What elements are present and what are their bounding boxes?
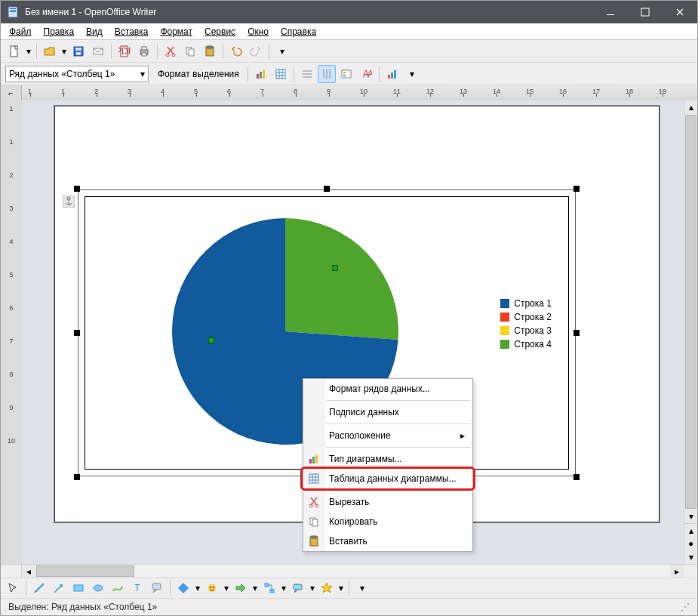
basic-shapes-button[interactable] — [174, 579, 192, 597]
ctx-copy[interactable]: Копировать — [303, 512, 472, 531]
text-scaling-button[interactable]: AA — [357, 65, 375, 83]
grid-v-button[interactable] — [318, 65, 336, 83]
new-doc-dropdown-icon[interactable]: ▾ — [25, 46, 32, 57]
grid-h-button[interactable] — [298, 65, 316, 83]
dropdown-icon[interactable]: ▾ — [337, 583, 345, 593]
svg-rect-23 — [260, 72, 262, 79]
scroll-thumb-h[interactable] — [36, 565, 134, 577]
svg-rect-3 — [10, 11, 16, 12]
svg-rect-46 — [74, 585, 83, 591]
drawing-toolbar-options-icon[interactable]: ▾ — [353, 579, 371, 597]
statistics-button[interactable] — [383, 65, 401, 83]
dropdown-icon[interactable]: ▾ — [223, 583, 230, 593]
toolbar-options-icon[interactable]: ▾ — [273, 42, 291, 60]
legend-label: Строка 4 — [514, 339, 552, 350]
chart-object-frame[interactable]: Строка 1 Строка 2 Строка 3 Строка 4 Форм… — [78, 189, 576, 476]
chart-legend[interactable]: Строка 1 Строка 2 Строка 3 Строка 4 — [500, 298, 552, 350]
dropdown-icon[interactable]: ▾ — [194, 583, 201, 593]
ctx-paste[interactable]: Вставить — [303, 531, 472, 551]
email-button[interactable] — [89, 42, 107, 60]
symbol-shapes-button[interactable] — [203, 579, 221, 597]
svg-rect-26 — [342, 70, 351, 78]
format-selection-button[interactable]: Формат выделения — [153, 69, 244, 79]
ctx-cut[interactable]: Вырезать — [303, 492, 472, 512]
undo-button[interactable] — [227, 42, 245, 60]
rect-tool-button[interactable] — [69, 579, 88, 597]
menu-tools[interactable]: Сервис — [199, 25, 241, 38]
svg-rect-50 — [178, 583, 189, 593]
paste-button[interactable] — [201, 42, 219, 60]
ctx-data-labels[interactable]: Подписи данных — [303, 402, 472, 422]
redo-button[interactable] — [247, 42, 265, 60]
element-selector-combo[interactable]: Ряд данных «Столбец 1» ▾ — [5, 66, 149, 82]
stars-button[interactable] — [318, 579, 336, 597]
series-handle[interactable] — [332, 265, 338, 271]
scrollbar-horizontal[interactable]: ◂ ▸ — [22, 565, 684, 578]
open-dropdown-icon[interactable]: ▾ — [60, 46, 68, 57]
legend-swatch — [500, 313, 509, 322]
line-tool-button[interactable] — [30, 579, 48, 597]
scrollbar-vertical[interactable]: ▴ ▾ ▴ ● ▾ — [684, 100, 697, 564]
svg-rect-8 — [75, 48, 81, 51]
ruler-corner: ⌐ — [1, 85, 22, 100]
cut-button[interactable] — [161, 42, 180, 60]
text-tool-button[interactable]: T — [128, 579, 146, 597]
scroll-thumb-v[interactable] — [685, 115, 696, 509]
document-page: Строка 1 Строка 2 Строка 3 Строка 4 Форм… — [55, 106, 659, 522]
series-handle[interactable] — [208, 337, 214, 343]
browse-target-icon[interactable]: ● — [684, 537, 697, 550]
open-button[interactable] — [41, 42, 59, 60]
svg-rect-33 — [394, 70, 396, 79]
print-button[interactable] — [135, 42, 153, 60]
ctx-chart-type[interactable]: Тип диаграммы... — [303, 449, 472, 469]
menu-file[interactable]: Файл — [4, 25, 37, 38]
arrow-tool-button[interactable] — [50, 579, 68, 597]
dropdown-icon[interactable]: ▾ — [309, 583, 316, 593]
copy-button[interactable] — [181, 42, 199, 60]
ctx-chart-data-table[interactable]: Таблица данных диаграммы... — [303, 469, 472, 488]
svg-rect-49 — [152, 584, 161, 590]
block-arrows-button[interactable] — [232, 579, 250, 597]
svg-text:T: T — [134, 583, 140, 593]
legend-swatch — [500, 299, 509, 308]
chart-area[interactable]: Строка 1 Строка 2 Строка 3 Строка 4 Форм… — [85, 196, 569, 470]
new-doc-button[interactable] — [5, 42, 23, 60]
menu-window[interactable]: Окно — [242, 25, 274, 38]
minimize-button[interactable] — [593, 1, 628, 23]
callout-tool-button[interactable] — [148, 579, 166, 597]
menu-view[interactable]: Вид — [81, 25, 108, 38]
ellipse-tool-button[interactable] — [89, 579, 107, 597]
scroll-up-icon[interactable]: ▴ — [684, 100, 697, 114]
next-page-icon[interactable]: ▾ — [684, 550, 697, 564]
menu-help[interactable]: Справка — [275, 25, 321, 38]
legend-button[interactable] — [337, 65, 355, 83]
callouts-button[interactable] — [289, 579, 307, 597]
dropdown-icon[interactable]: ▾ — [251, 583, 259, 593]
svg-rect-21 — [208, 46, 212, 48]
resize-grip-icon[interactable]: ⋰ — [681, 602, 690, 612]
ctx-format-data-series[interactable]: Формат рядов данных... — [303, 379, 472, 399]
scroll-left-icon[interactable]: ◂ — [22, 565, 35, 578]
chart-type-button[interactable] — [252, 65, 270, 83]
menu-edit[interactable]: Правка — [38, 25, 80, 38]
maximize-button[interactable] — [628, 1, 663, 23]
save-button[interactable] — [69, 42, 88, 60]
dropdown-icon[interactable]: ▾ — [280, 583, 288, 593]
freeform-tool-button[interactable] — [109, 579, 127, 597]
svg-point-52 — [210, 587, 211, 588]
flowchart-button[interactable] — [260, 579, 278, 597]
chart-data-table-button[interactable] — [272, 65, 290, 83]
prev-page-icon[interactable]: ▴ — [684, 523, 697, 537]
scroll-right-icon[interactable]: ▸ — [670, 565, 684, 578]
page-viewport[interactable]: Строка 1 Строка 2 Строка 3 Строка 4 Форм… — [22, 100, 684, 564]
export-pdf-button[interactable]: PDF — [115, 42, 134, 60]
scroll-down-icon[interactable]: ▾ — [684, 510, 697, 523]
close-button[interactable] — [663, 1, 697, 23]
svg-rect-28 — [343, 75, 346, 76]
menu-insert[interactable]: Вставка — [109, 25, 154, 38]
menu-format[interactable]: Формат — [155, 25, 198, 38]
select-tool-button[interactable] — [4, 579, 22, 597]
toolbar2-options-icon[interactable]: ▾ — [403, 65, 421, 83]
svg-rect-9 — [76, 52, 81, 55]
ctx-arrangement[interactable]: Расположение▸ — [303, 426, 472, 445]
